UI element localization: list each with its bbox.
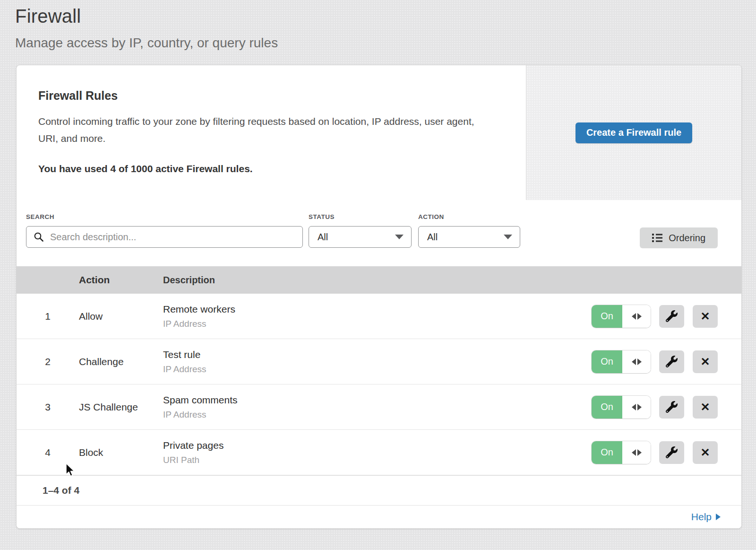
rule-action: JS Challenge [79, 402, 163, 413]
rule-description: Spam comments [163, 394, 592, 406]
pagination-row: 1–4 of 4 [17, 475, 741, 505]
column-header-description: Description [163, 275, 741, 286]
table-header: Action Description [17, 266, 741, 294]
delete-rule-button[interactable]: ✕ [693, 305, 718, 328]
page-title: Firewall [15, 6, 756, 27]
resize-arrows-icon [632, 404, 636, 410]
table-row: 2 Challenge Test rule IP Address On ✕ [17, 339, 741, 384]
search-label: SEARCH [26, 213, 303, 220]
wrench-icon [666, 446, 678, 458]
edit-rule-button[interactable] [659, 350, 684, 373]
rule-number: 3 [17, 402, 79, 413]
column-header-action: Action [79, 274, 163, 286]
create-firewall-rule-button[interactable]: Create a Firewall rule [576, 122, 692, 143]
create-rule-panel: Create a Firewall rule [526, 65, 741, 200]
table-row: 1 Allow Remote workers IP Address On ✕ [17, 294, 741, 339]
wrench-icon [666, 401, 678, 413]
caret-down-icon [504, 235, 512, 239]
rule-field: IP Address [163, 364, 592, 375]
rule-field: IP Address [163, 410, 592, 420]
rules-usage-text: You have used 4 of 1000 active Firewall … [38, 163, 504, 175]
page-header: Firewall Manage access by IP, country, o… [0, 0, 756, 51]
list-icon [652, 233, 662, 243]
status-select-value: All [318, 232, 328, 243]
rule-action: Block [79, 447, 163, 458]
search-input[interactable] [26, 226, 303, 248]
delete-rule-button[interactable]: ✕ [693, 441, 718, 464]
resize-arrows-icon [637, 358, 642, 365]
rule-controls: On ✕ [592, 350, 741, 373]
status-label: STATUS [309, 213, 412, 220]
rule-number: 2 [17, 356, 79, 367]
close-icon: ✕ [700, 402, 710, 413]
resize-arrows-icon [637, 313, 642, 320]
edit-rule-button[interactable] [659, 305, 684, 328]
toggle-drag-handle[interactable] [622, 305, 651, 328]
resize-arrows-icon [637, 404, 642, 410]
rule-description-cell: Spam comments IP Address [163, 394, 592, 420]
rule-toggle[interactable]: On [592, 305, 651, 328]
delete-rule-button[interactable]: ✕ [693, 396, 718, 419]
rule-number: 4 [17, 447, 79, 458]
rule-description-cell: Remote workers IP Address [163, 304, 592, 329]
ordering-button-label: Ordering [669, 233, 705, 244]
action-select-value: All [427, 232, 438, 243]
resize-arrows-icon [637, 449, 642, 456]
toggle-drag-handle[interactable] [622, 441, 651, 464]
search-filter-group: SEARCH [26, 213, 303, 248]
rule-controls: On ✕ [592, 441, 741, 464]
caret-down-icon [395, 235, 404, 239]
card-top-section: Firewall Rules Control incoming traffic … [17, 65, 741, 200]
rule-description-cell: Private pages URI Path [163, 440, 592, 465]
help-row: Help [17, 505, 741, 528]
rule-controls: On ✕ [592, 396, 741, 419]
close-icon: ✕ [700, 311, 710, 322]
pagination-text: 1–4 of 4 [43, 485, 79, 496]
toggle-on-segment: On [592, 305, 622, 328]
search-input-wrap [26, 226, 303, 248]
wrench-icon [666, 310, 678, 322]
toggle-on-segment: On [592, 396, 622, 419]
action-filter-group: ACTION All [418, 213, 520, 248]
toggle-drag-handle[interactable] [622, 350, 651, 373]
rule-controls: On ✕ [592, 305, 741, 328]
action-label: ACTION [418, 213, 520, 220]
rule-description-cell: Test rule IP Address [163, 349, 592, 375]
table-row: 3 JS Challenge Spam comments IP Address … [17, 384, 741, 430]
help-arrow-icon [716, 514, 721, 520]
toggle-drag-handle[interactable] [622, 396, 651, 419]
close-icon: ✕ [700, 356, 710, 367]
help-link[interactable]: Help [691, 511, 721, 523]
toggle-on-segment: On [592, 441, 622, 464]
intro-text-block: Firewall Rules Control incoming traffic … [17, 65, 526, 200]
rule-number: 1 [17, 311, 79, 322]
search-icon [34, 232, 44, 242]
help-link-label: Help [691, 511, 712, 523]
card-description: Control incoming traffic to your zone by… [38, 113, 487, 147]
rule-description: Private pages [163, 440, 592, 451]
status-select[interactable]: All [309, 226, 412, 248]
close-icon: ✕ [700, 447, 710, 458]
delete-rule-button[interactable]: ✕ [693, 350, 718, 373]
rule-action: Challenge [79, 356, 163, 367]
rule-description: Test rule [163, 349, 592, 360]
wrench-icon [666, 356, 678, 367]
card-heading: Firewall Rules [38, 89, 504, 103]
ordering-button[interactable]: Ordering [640, 227, 718, 248]
firewall-rules-card: Firewall Rules Control incoming traffic … [16, 65, 742, 529]
table-row: 4 Block Private pages URI Path On ✕ [17, 430, 741, 475]
action-select[interactable]: All [418, 226, 520, 248]
resize-arrows-icon [632, 358, 636, 365]
rule-toggle[interactable]: On [592, 441, 651, 464]
status-filter-group: STATUS All [309, 213, 412, 248]
filters-bar: SEARCH STATUS All ACTION All [17, 200, 741, 266]
toggle-on-segment: On [592, 350, 622, 373]
rule-field: IP Address [163, 319, 592, 329]
rule-toggle[interactable]: On [592, 396, 651, 419]
page-subtitle: Manage access by IP, country, or query r… [15, 35, 756, 51]
rule-toggle[interactable]: On [592, 350, 651, 373]
resize-arrows-icon [632, 313, 636, 320]
edit-rule-button[interactable] [659, 396, 684, 419]
rule-action: Allow [79, 311, 163, 322]
edit-rule-button[interactable] [659, 441, 684, 464]
